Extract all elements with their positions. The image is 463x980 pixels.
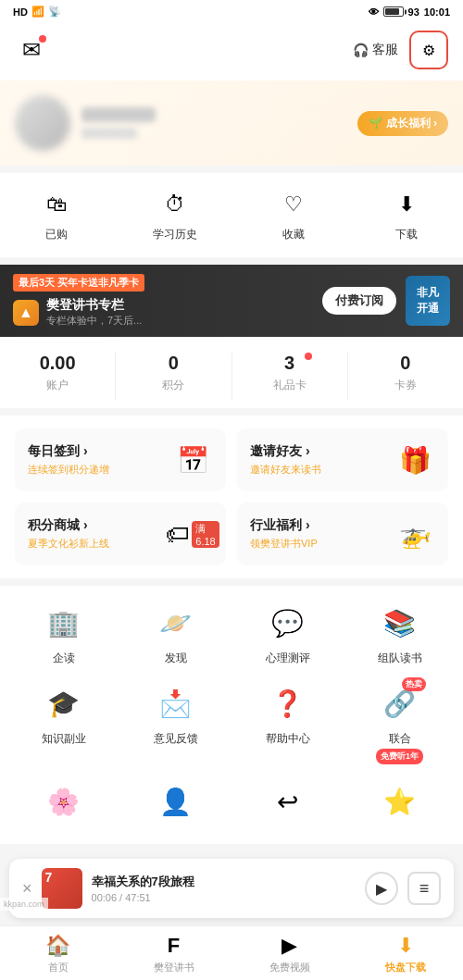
menu-item-extra1[interactable]: 🌸 — [15, 779, 112, 829]
stat-points[interactable]: 0 积分 — [116, 353, 232, 401]
settings-button[interactable]: ⚙ — [409, 31, 448, 69]
player-title: 幸福关系的7段旅程 — [92, 874, 356, 890]
stat-account-label: 账户 — [46, 378, 69, 401]
yigou-icon: 🛍 — [40, 188, 73, 221]
mail-icon: ✉ — [22, 37, 41, 63]
nav-item-xiazai[interactable]: ⬇ 下载 — [390, 188, 423, 242]
menu-item-zhishi[interactable]: 🎓 知识副业 — [15, 681, 112, 764]
stat-gift-card[interactable]: 3 礼品卡 — [232, 353, 348, 401]
playlist-button[interactable]: ≡ — [407, 872, 441, 905]
promo-left: 最后3天 买年卡送非凡季卡 ▲ 樊登讲书专栏 专栏体验中，7天后... — [13, 274, 313, 328]
signin-title: 每日签到 › — [28, 443, 109, 460]
invite-icon: 🎁 — [394, 440, 435, 480]
pay-subscribe-button[interactable]: 付费订阅 — [322, 287, 396, 315]
extra2-icon: 👤 — [154, 779, 198, 824]
kefu-button[interactable]: 🎧 客服 — [353, 42, 398, 58]
help-label: 帮助中心 — [266, 731, 310, 747]
feature-section: 每日签到 › 连续签到积分递增 📅 邀请好友 › 邀请好友来读书 🎁 积分商城 … — [0, 416, 463, 586]
daily-signin-card[interactable]: 每日签到 › 连续签到积分递增 📅 — [15, 428, 226, 491]
watermark: kkpan.com — [0, 898, 48, 911]
chengzhang-label: 🌱 成长福利 › — [369, 116, 437, 131]
battery-percent: 93 — [408, 6, 419, 18]
menu-item-qidu[interactable]: 🏢 企读 — [15, 601, 112, 666]
chengzhang-button[interactable]: 🌱 成长福利 › — [357, 111, 448, 136]
menu-item-lianhe[interactable]: 🔗 热卖 联合 免费听1年 — [351, 681, 448, 764]
zudu-icon: 📚 — [378, 601, 422, 645]
stat-coupon[interactable]: 0 卡券 — [348, 353, 463, 401]
menu-item-help[interactable]: ❓ 帮助中心 — [239, 681, 336, 764]
stat-points-label: 积分 — [162, 378, 184, 401]
qidu-icon: 🏢 — [42, 601, 86, 645]
extra4-icon: ⭐ — [378, 779, 422, 824]
nav-item-yigou[interactable]: 🛍 已购 — [40, 188, 73, 242]
player-close-button[interactable]: × — [22, 879, 32, 899]
tab-home-label: 首页 — [48, 961, 69, 974]
user-info — [81, 107, 156, 139]
points-sub: 夏季文化衫新上线 — [28, 537, 109, 551]
signin-icon: 📅 — [172, 440, 213, 480]
player-controls: ▶ ≡ — [365, 872, 441, 905]
invite-friend-card[interactable]: 邀请好友 › 邀请好友来读书 🎁 — [237, 428, 448, 491]
zhishi-icon: 🎓 — [42, 681, 86, 726]
menu-item-zudu[interactable]: 📚 组队读书 — [351, 601, 448, 666]
stat-account-value: 0.00 — [40, 353, 76, 374]
promo-logo: ▲ — [13, 300, 39, 326]
list-icon: ≡ — [419, 879, 430, 899]
faxian-icon: 🪐 — [154, 601, 198, 645]
extra1-icon: 🌸 — [42, 779, 86, 824]
menu-item-extra3[interactable]: ↩ — [239, 779, 336, 829]
stat-account[interactable]: 0.00 账户 — [0, 353, 116, 401]
eye-icon: 👁 — [369, 6, 379, 18]
stat-points-value: 0 — [169, 353, 179, 374]
tab-video[interactable]: ▶ 免费视频 — [232, 934, 347, 974]
tab-fandeng[interactable]: F 樊登讲书 — [116, 934, 232, 974]
hot-badge: 热卖 — [402, 677, 426, 691]
user-left — [15, 95, 156, 151]
free-badge: 免费听1年 — [376, 749, 423, 764]
points-mall-card[interactable]: 积分商城 › 夏季文化衫新上线 🏷 满 6.18 — [15, 502, 226, 565]
points-left: 积分商城 › 夏季文化衫新上线 — [28, 517, 109, 551]
xinli-icon: 💬 — [266, 601, 310, 645]
stat-gift-card-label: 礼品卡 — [273, 378, 307, 401]
shoucang-label: 收藏 — [282, 227, 305, 242]
extra3-icon: ↩ — [266, 779, 310, 824]
user-subtitle — [81, 128, 137, 139]
play-icon: ▶ — [376, 880, 387, 898]
home-icon: 🏠 — [45, 934, 70, 958]
message-button[interactable]: ✉ — [15, 33, 48, 67]
tab-video-label: 免费视频 — [269, 961, 310, 974]
player-info: 幸福关系的7段旅程 00:06 / 47:51 — [92, 874, 356, 903]
network-indicator: HD — [13, 6, 28, 18]
menu-item-xinli[interactable]: 💬 心理测评 — [239, 601, 336, 666]
welfare-title: 行业福利 › — [250, 517, 318, 534]
zhishi-label: 知识副业 — [42, 731, 86, 747]
nav-item-shoucang[interactable]: ♡ 收藏 — [277, 188, 310, 242]
menu-item-feedback[interactable]: 📩 意见反馈 — [127, 681, 224, 764]
industry-welfare-card[interactable]: 行业福利 › 领樊登讲书VIP 🚁 — [237, 502, 448, 565]
feature-row-2: 积分商城 › 夏季文化衫新上线 🏷 满 6.18 行业福利 › 领樊登讲书VIP… — [15, 502, 448, 565]
status-left: HD 📶 📡 — [13, 6, 61, 18]
menu-item-faxian[interactable]: 🪐 发现 — [127, 601, 224, 666]
tab-download[interactable]: ⬇ 快盘下载 — [347, 934, 463, 974]
play-button[interactable]: ▶ — [365, 872, 398, 905]
xiazai-label: 下载 — [395, 227, 418, 242]
welfare-sub: 领樊登讲书VIP — [250, 537, 318, 551]
nav-item-lishi[interactable]: ⏱ 学习历史 — [153, 188, 197, 242]
tab-home[interactable]: 🏠 首页 — [0, 934, 116, 974]
headphone-icon: 🎧 — [353, 43, 369, 57]
stats-bar: 0.00 账户 0 积分 3 礼品卡 0 卡券 — [0, 338, 463, 416]
welfare-icon: 🚁 — [394, 514, 435, 554]
header-right: 🎧 客服 ⚙ — [353, 31, 448, 69]
time-display: 10:01 — [424, 6, 450, 18]
lishi-icon: ⏱ — [158, 188, 192, 221]
lianhe-label: 联合 — [389, 731, 411, 747]
header-left: ✉ — [15, 33, 48, 67]
signin-sub: 连续签到积分递增 — [28, 463, 109, 477]
menu-item-extra4[interactable]: ⭐ — [351, 779, 448, 829]
stat-coupon-value: 0 — [400, 353, 410, 374]
lianhe-icon: 🔗 热卖 — [378, 681, 422, 726]
promo-right-card[interactable]: 非凡 开通 — [406, 276, 450, 326]
signal-icon: 📶 — [31, 6, 44, 18]
menu-item-extra2[interactable]: 👤 — [127, 779, 224, 829]
shoucang-icon: ♡ — [277, 188, 310, 221]
